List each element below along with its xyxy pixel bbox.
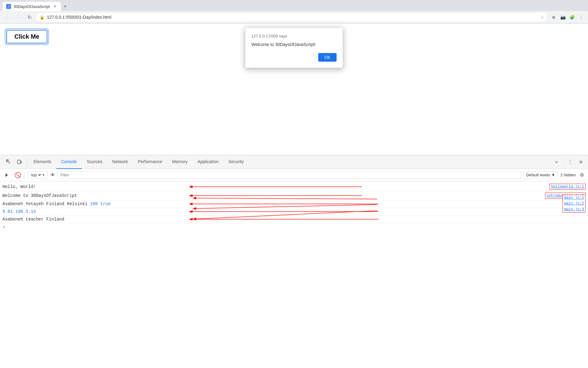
console-blue-text-4: 9.81 100 3.14 [2, 209, 36, 214]
console-caret-icon: › [2, 224, 6, 230]
tab-security-label: Security [228, 159, 244, 164]
device-mode-icon[interactable] [15, 157, 25, 167]
main-source-2[interactable]: main.js:2 [563, 201, 585, 206]
context-selector[interactable]: top ▼ [27, 171, 48, 178]
tab-bar: J 30DaysOfJavaScript ✕ + [0, 0, 588, 11]
dialog-ok-button[interactable]: OK [318, 53, 337, 62]
new-tab-button[interactable]: + [61, 2, 70, 11]
tab-sources-label: Sources [87, 159, 102, 164]
dialog-header: 127.0.0.1:5500 says [251, 34, 337, 38]
devtools: Elements Console Sources Network Perform… [0, 155, 588, 338]
extensions-icon[interactable]: 🧩 [568, 13, 576, 21]
arrow-5 [190, 219, 380, 220]
dialog-overlay: 127.0.0.1:5500 says Welcome to 30DaysOfJ… [0, 24, 588, 155]
levels-chevron-icon: ▼ [551, 173, 555, 177]
main-source-group: main.js:1 main.js:2 main.js:3 [563, 195, 586, 213]
dialog: 127.0.0.1:5500 says Welcome to 30DaysOfJ… [245, 27, 343, 68]
console-output: Hello, World! helloworld.js:1 Welcome to… [0, 181, 588, 338]
tab-network-label: Network [112, 159, 128, 164]
tab-close-button[interactable]: ✕ [52, 4, 57, 9]
tab-performance[interactable]: Performance [133, 155, 167, 169]
svg-marker-3 [6, 173, 8, 177]
main-source-3[interactable]: main.js:3 [563, 206, 585, 212]
tab-application-label: Application [197, 159, 219, 164]
devtools-left-icons [1, 157, 27, 167]
tab-application[interactable]: Application [193, 155, 223, 169]
console-prompt[interactable]: › [0, 223, 588, 231]
svg-rect-1 [17, 160, 20, 164]
svg-rect-2 [21, 161, 22, 163]
close-devtools-button[interactable]: ✕ [576, 157, 586, 167]
console-line-1: Hello, World! helloworld.js:1 [0, 182, 588, 191]
tab-sources[interactable]: Sources [82, 155, 107, 169]
tab-performance-label: Performance [138, 159, 162, 164]
clear-console-button[interactable]: 🚫 [13, 171, 22, 179]
toolbar-icons: ⊕ 📷 🧩 ⋮ [549, 13, 586, 21]
inspect-element-icon[interactable] [4, 157, 13, 167]
tab-memory-label: Memory [172, 159, 188, 164]
execute-script-button[interactable] [2, 171, 11, 179]
dialog-message: Welcome to 30DaysOfJavaScript! [251, 42, 337, 47]
tab-network[interactable]: Network [107, 155, 133, 169]
eye-icon[interactable]: 👁 [50, 172, 55, 178]
console-blue-text-3: 100 true [90, 201, 111, 206]
devtools-menu-button[interactable]: ⋮ [565, 157, 575, 167]
console-source-1[interactable]: helloworld.js:1 [549, 184, 586, 190]
tab-elements[interactable]: Elements [29, 155, 56, 169]
tab-favicon: J [6, 4, 11, 9]
more-tabs-button[interactable]: » [552, 157, 561, 167]
arrow-4 [190, 212, 380, 212]
svg-rect-0 [6, 160, 8, 162]
main-source-1[interactable]: main.js:1 [563, 195, 585, 201]
address-bar[interactable]: 🔒 ☆ [36, 12, 548, 22]
console-line-3: Asabeneh Yetayeh Finland Helsinki 100 tr… [0, 200, 588, 208]
arrow-2 [190, 196, 362, 196]
more-icon[interactable]: ⋮ [577, 13, 586, 21]
tab-console-label: Console [61, 159, 77, 164]
bookmark-icon: ☆ [540, 15, 544, 20]
tab-memory[interactable]: Memory [167, 155, 193, 169]
tab-title: 30DaysOfJavaScript [13, 4, 50, 9]
console-line-2: Welcome to 30DaysOfJavaScript introducti… [0, 191, 588, 200]
console-toolbar: 🚫 top ▼ 👁 Default levels ▼ 2 hidden ⚙ [0, 169, 588, 181]
dialog-footer: OK [251, 53, 337, 62]
back-button[interactable]: ← [2, 12, 12, 22]
console-line-5: Asabeneh teacher Finland [0, 216, 588, 223]
arrow-1 [190, 187, 362, 187]
forward-button[interactable]: → [13, 12, 23, 22]
url-input[interactable] [47, 15, 538, 20]
levels-button[interactable]: Default levels ▼ [523, 171, 558, 179]
refresh-button[interactable]: ↻ [25, 12, 34, 22]
browser-chrome: J 30DaysOfJavaScript ✕ + ← → ↻ 🔒 ☆ ⊕ 📷 🧩… [0, 0, 588, 24]
toolbar-divider [25, 171, 25, 179]
cast-icon[interactable]: ⊕ [549, 13, 558, 21]
browser-tab[interactable]: J 30DaysOfJavaScript ✕ [2, 2, 61, 11]
devtools-right-icons: » ⋮ ✕ [550, 157, 587, 167]
screenshot-icon[interactable]: 📷 [559, 13, 567, 21]
levels-label: Default levels [526, 173, 550, 177]
arrow-3 [190, 204, 380, 205]
context-select-input[interactable]: top [30, 172, 42, 178]
lock-icon: 🔒 [40, 15, 44, 20]
hidden-count-badge: 2 hidden [560, 173, 576, 177]
tab-console[interactable]: Console [56, 155, 82, 169]
page-content: Click Me 127.0.0.1:5500 says Welcome to … [0, 24, 588, 155]
console-line-4: 9.81 100 3.14 [0, 208, 588, 216]
console-settings-icon[interactable]: ⚙ [578, 171, 586, 179]
nav-bar: ← → ↻ 🔒 ☆ ⊕ 📷 🧩 ⋮ [0, 11, 588, 23]
filter-input[interactable] [58, 171, 521, 179]
tab-security[interactable]: Security [223, 155, 249, 169]
devtools-tabs: Elements Console Sources Network Perform… [0, 155, 588, 169]
tab-elements-label: Elements [33, 159, 51, 164]
